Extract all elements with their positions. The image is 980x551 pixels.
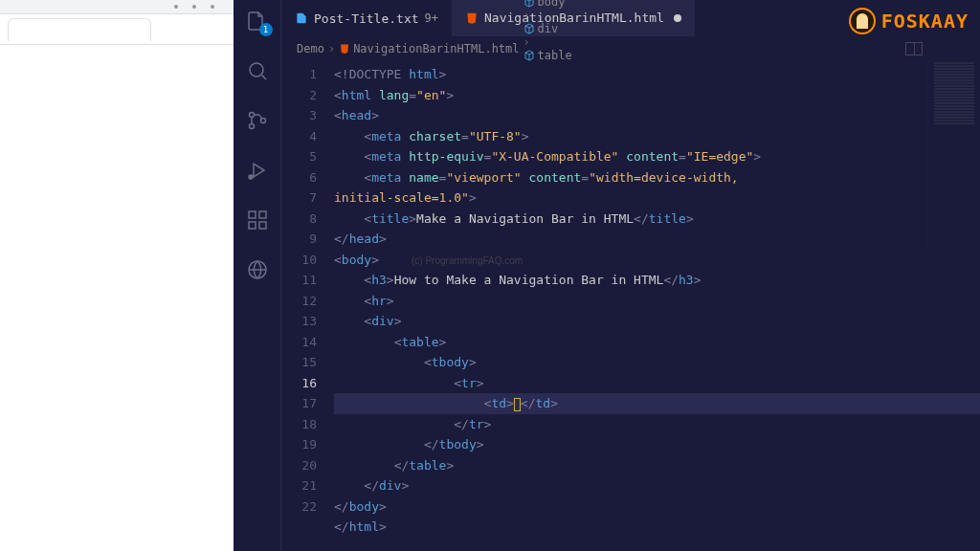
line-number: 9 (281, 229, 317, 250)
split-editor-icon[interactable] (905, 42, 923, 55)
code-line[interactable]: <div> (334, 311, 980, 332)
line-number: 20 (281, 455, 317, 476)
browser-action-dot[interactable] (174, 5, 178, 9)
code-line[interactable]: <tbody> (334, 352, 980, 373)
code-line[interactable]: </head> (334, 229, 980, 250)
line-number: 8 (281, 209, 317, 230)
tab-post-title[interactable]: Post-Title.txt 9+ (281, 0, 452, 36)
extensions-icon[interactable] (246, 209, 269, 231)
code-line[interactable]: <table> (334, 332, 980, 353)
code-line[interactable]: <tr> (334, 373, 980, 394)
browser-window (0, 0, 234, 551)
source-control-icon[interactable] (246, 109, 269, 132)
vscode-window: 1 Post-Title.txt 9+ Naviga (234, 0, 980, 551)
activity-bar: 1 (234, 0, 281, 551)
logo-icon (849, 8, 876, 34)
code-line[interactable]: <hr> (334, 291, 980, 312)
line-number: 18 (281, 414, 317, 435)
foskaay-logo: FOSKAAY (849, 8, 969, 34)
breadcrumb-node[interactable]: div (523, 22, 572, 35)
line-number: 19 (281, 434, 317, 455)
tab-label: Post-Title.txt (314, 11, 419, 26)
logo-text: FOSKAAY (881, 10, 969, 33)
svg-rect-8 (259, 222, 266, 229)
tab-navigation-html[interactable]: NavigationBarinHTML.html (452, 0, 695, 36)
explorer-icon[interactable]: 1 (246, 10, 269, 33)
breadcrumb-node[interactable]: body (523, 0, 572, 9)
browser-tabs (0, 14, 234, 45)
line-number: 17 (281, 393, 317, 414)
line-number: 1 (281, 64, 317, 85)
code-line[interactable]: <td></td> (334, 393, 980, 414)
svg-rect-6 (259, 211, 266, 218)
code-line[interactable]: </tr> (334, 414, 980, 435)
browser-tab[interactable] (8, 18, 151, 41)
line-number: 14 (281, 332, 317, 353)
code-line[interactable]: <head> (334, 105, 980, 126)
chevron-right-icon: › (523, 9, 530, 22)
tab-badge: 9+ (425, 11, 438, 25)
html-file-icon (465, 11, 479, 25)
code-line[interactable]: </html> (334, 517, 980, 538)
code-line[interactable]: </div> (334, 475, 980, 496)
line-number: 3 (281, 105, 317, 126)
code-line[interactable]: <meta charset="UTF-8"> (334, 126, 980, 147)
code-line[interactable]: <meta name="viewport" content="width=dev… (334, 167, 980, 188)
code-line[interactable]: <html lang="en"> (334, 85, 980, 106)
line-gutter: 12345678910111213141516171819202122 (281, 61, 334, 551)
chevron-right-icon: › (328, 42, 335, 55)
run-debug-icon[interactable] (246, 159, 269, 182)
code-editor[interactable]: 12345678910111213141516171819202122 <!DO… (281, 61, 980, 551)
code-line[interactable]: </body> (334, 496, 980, 518)
html-file-icon (339, 43, 350, 55)
code-line[interactable]: <meta http-equiv="X-UA-Compatible" conte… (334, 146, 980, 167)
search-icon[interactable] (246, 59, 269, 82)
code-line[interactable]: <!DOCTYPE html> (334, 64, 980, 85)
breadcrumb-node[interactable]: table (523, 49, 572, 62)
browser-action-dot[interactable] (211, 5, 214, 9)
txt-file-icon (295, 11, 308, 25)
svg-point-0 (250, 63, 263, 77)
line-number: 10 (281, 250, 317, 271)
chevron-right-icon: › (523, 35, 530, 49)
line-number: 4 (281, 126, 317, 147)
code-line[interactable]: initial-scale=1.0"> (334, 187, 980, 209)
code-content[interactable]: <!DOCTYPE html><html lang="en"><head> <m… (334, 61, 980, 551)
line-number: 13 (281, 311, 317, 332)
svg-point-3 (260, 119, 265, 123)
code-line[interactable]: <h3>How to Make a Navigation Bar in HTML… (334, 270, 980, 291)
line-number: 15 (281, 352, 317, 373)
code-line[interactable]: </tbody> (334, 434, 980, 455)
breadcrumb[interactable]: Demo › NavigationBarinHTML.html ›html›bo… (281, 36, 980, 61)
code-line[interactable]: </table> (334, 455, 980, 476)
explorer-badge: 1 (259, 23, 273, 36)
editor-area: Post-Title.txt 9+ NavigationBarinHTML.ht… (281, 0, 980, 551)
line-number: 6 (281, 167, 317, 188)
line-number: 7 (281, 187, 317, 209)
svg-point-2 (249, 124, 254, 129)
svg-point-1 (249, 113, 254, 118)
browser-action-dot[interactable] (192, 5, 196, 9)
line-number: 5 (281, 146, 317, 167)
minimap[interactable] (927, 61, 980, 253)
code-line[interactable]: <title>Make a Navigation Bar in HTML</ti… (334, 209, 980, 230)
modified-indicator-icon (674, 14, 681, 22)
line-number: 16 (281, 373, 317, 394)
breadcrumb-file[interactable]: NavigationBarinHTML.html (339, 42, 519, 55)
tab-label: NavigationBarinHTML.html (484, 11, 664, 25)
line-number: 22 (281, 496, 317, 518)
line-number: 21 (281, 475, 317, 496)
line-number: 11 (281, 270, 317, 291)
cloud-icon[interactable] (246, 258, 269, 281)
code-line[interactable]: <body> (334, 250, 980, 271)
svg-point-4 (249, 175, 253, 179)
breadcrumb-root[interactable]: Demo (297, 42, 324, 55)
svg-rect-7 (249, 222, 256, 229)
browser-topbar (0, 0, 234, 14)
svg-rect-5 (249, 211, 256, 218)
line-number: 12 (281, 291, 317, 312)
line-number: 2 (281, 85, 317, 106)
